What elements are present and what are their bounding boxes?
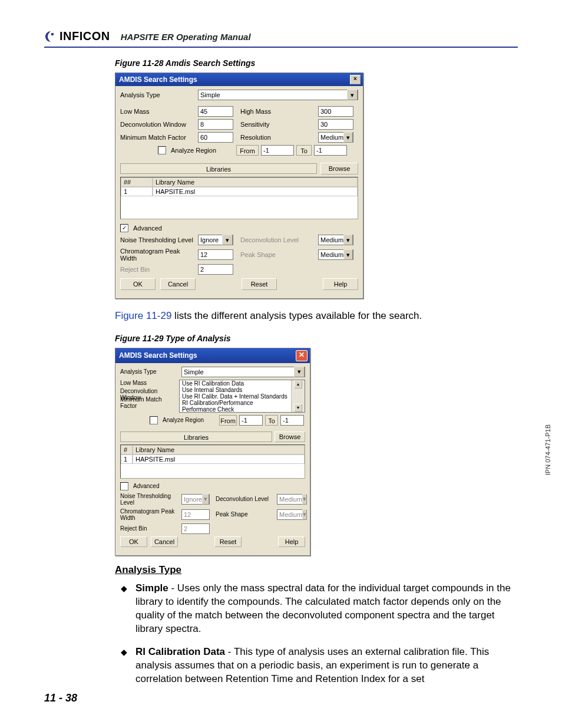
ok-button[interactable]: OK	[120, 278, 156, 290]
reject-bin-label: Reject Bin	[120, 525, 179, 532]
body-paragraph: Figure 11-29 lists the different analysi…	[115, 309, 515, 323]
figure-caption-11-29: Figure 11-29 Type of Analysis	[115, 334, 518, 343]
list-item: ◆ Simple - Uses only the mass spectral d…	[121, 582, 515, 636]
page-number: 11 - 38	[44, 692, 77, 704]
help-button[interactable]: Help	[323, 278, 358, 290]
ok-button[interactable]: OK	[120, 536, 147, 547]
help-button[interactable]: Help	[278, 536, 305, 547]
analysis-type-heading: Analysis Type	[115, 564, 518, 576]
peak-shape-select[interactable]: Medium ▾	[318, 249, 353, 260]
peak-shape-label: Peak Shape	[212, 511, 275, 518]
inficon-logo: INFICON	[44, 29, 110, 43]
high-mass-input[interactable]	[318, 106, 353, 117]
analysis-type-select[interactable]: Simple ▾	[181, 367, 305, 377]
cancel-button[interactable]: Cancel	[160, 278, 196, 290]
chrom-peak-label: Chromatogram Peak Width	[120, 248, 196, 262]
sensitivity-label: Sensitivity	[236, 121, 316, 128]
chevron-down-icon: ▾	[222, 235, 233, 245]
resolution-select[interactable]: Medium ▾	[318, 132, 353, 143]
sensitivity-input[interactable]	[318, 119, 353, 130]
libraries-table: # Library Name 1 HAPSITE.msl	[120, 444, 305, 479]
chevron-down-icon: ▾	[302, 509, 307, 520]
list-item[interactable]: Use RI Calibration Data	[180, 380, 296, 387]
chrom-peak-input[interactable]	[198, 249, 233, 260]
peak-shape-label: Peak Shape	[236, 251, 316, 258]
bullet-icon: ◆	[121, 582, 127, 636]
figure-reference: Figure 11-29	[115, 310, 171, 321]
noise-threshold-label: Noise Thresholding Level	[120, 493, 179, 506]
advanced-checkbox[interactable]	[120, 482, 128, 490]
dialog-title: AMDIS Search Settings	[119, 351, 197, 360]
titlebar: AMDIS Search Settings ✕	[115, 348, 310, 363]
high-mass-label: High Mass	[236, 108, 316, 115]
low-mass-label: Low Mass	[120, 108, 196, 115]
chevron-down-icon: ▾	[343, 249, 353, 260]
scrollbar[interactable]: ▴ ▾	[291, 380, 305, 412]
min-match-input[interactable]	[198, 132, 233, 143]
bullet-icon: ◆	[121, 645, 127, 686]
advanced-label: Advanced	[133, 483, 159, 489]
browse-button[interactable]: Browse	[275, 431, 305, 442]
resolution-label: Resolution	[236, 134, 316, 141]
to-input[interactable]	[280, 415, 304, 426]
bullet-term: RI Calibration Data	[135, 646, 225, 657]
list-item: ◆ RI Calibration Data - This type of ana…	[121, 645, 515, 686]
advanced-checkbox[interactable]: ✓	[120, 224, 128, 232]
noise-threshold-select: Ignore ▾	[181, 494, 210, 505]
analysis-type-select[interactable]: Simple ▾	[198, 90, 358, 100]
analyze-region-checkbox[interactable]	[150, 416, 158, 424]
peak-shape-select: Medium ▾	[277, 509, 305, 520]
noise-threshold-select[interactable]: Ignore ▾	[198, 235, 233, 245]
browse-button[interactable]: Browse	[320, 163, 358, 174]
dialog-title: AMDIS Search Settings	[119, 75, 197, 84]
advanced-label: Advanced	[133, 225, 162, 232]
list-item[interactable]: Performance Check	[180, 406, 296, 413]
bullet-term: Simple	[135, 582, 168, 594]
list-item[interactable]: RI Calibration/Performance	[180, 400, 296, 406]
chevron-down-icon: ▾	[343, 132, 353, 143]
from-label: From	[219, 415, 237, 426]
from-input[interactable]	[239, 415, 263, 426]
table-row[interactable]: 1 HAPSITE.msl	[121, 187, 358, 196]
from-input[interactable]	[261, 145, 294, 156]
low-mass-input[interactable]	[198, 106, 233, 117]
cancel-button[interactable]: Cancel	[151, 536, 178, 547]
deconv-window-label: Deconvolution Window	[120, 388, 179, 396]
min-match-label: Minimum Match Factor	[120, 134, 196, 141]
table-row[interactable]: 1 HAPSITE.msl	[121, 454, 305, 464]
deconv-window-label: Deconvolution Window	[120, 121, 196, 128]
deconv-level-label: Deconvolution Level	[212, 496, 275, 502]
amdis-dialog-2: AMDIS Search Settings ✕ Analysis Type Si…	[115, 348, 310, 556]
reset-button[interactable]: Reset	[242, 278, 277, 290]
amdis-dialog-1: AMDIS Search Settings × Analysis Type Si…	[115, 73, 363, 299]
manual-title: HAPSITE ER Operating Manual	[121, 32, 251, 42]
libraries-label: Libraries	[120, 163, 317, 174]
reject-bin-input	[181, 523, 210, 534]
analyze-region-checkbox[interactable]	[158, 146, 166, 154]
scroll-down-icon[interactable]: ▾	[294, 404, 302, 412]
reset-button[interactable]: Reset	[214, 536, 242, 547]
chevron-down-icon: ▾	[343, 235, 353, 245]
libraries-label: Libraries	[120, 431, 272, 442]
scroll-up-icon[interactable]: ▴	[294, 380, 302, 388]
svg-point-0	[51, 32, 54, 35]
list-item[interactable]: Use Internal Standards	[180, 387, 296, 393]
analysis-type-dropdown[interactable]: Use RI Calibration Data Use Internal Sta…	[179, 380, 305, 413]
close-icon[interactable]: ✕	[296, 350, 308, 361]
list-item[interactable]: Use RI Calibr. Data + Internal Standards	[180, 393, 296, 400]
deconv-level-label: Deconvolution Level	[236, 236, 316, 243]
ipn-code: IPN 074-471-P1B	[544, 424, 551, 475]
deconv-window-input[interactable]	[198, 119, 233, 130]
reject-bin-input[interactable]	[198, 264, 233, 275]
from-label: From	[236, 145, 259, 156]
reject-bin-label: Reject Bin	[120, 266, 196, 273]
analysis-type-label: Analysis Type	[120, 91, 196, 98]
deconv-level-select: Medium ▾	[277, 494, 305, 505]
logo-icon	[44, 30, 57, 43]
to-input[interactable]	[314, 145, 347, 156]
close-icon[interactable]: ×	[350, 75, 361, 84]
deconv-level-select[interactable]: Medium ▾	[318, 235, 353, 245]
titlebar: AMDIS Search Settings ×	[115, 73, 363, 86]
page-header: INFICON HAPSITE ER Operating Manual	[44, 29, 518, 48]
analysis-type-label: Analysis Type	[120, 368, 179, 375]
